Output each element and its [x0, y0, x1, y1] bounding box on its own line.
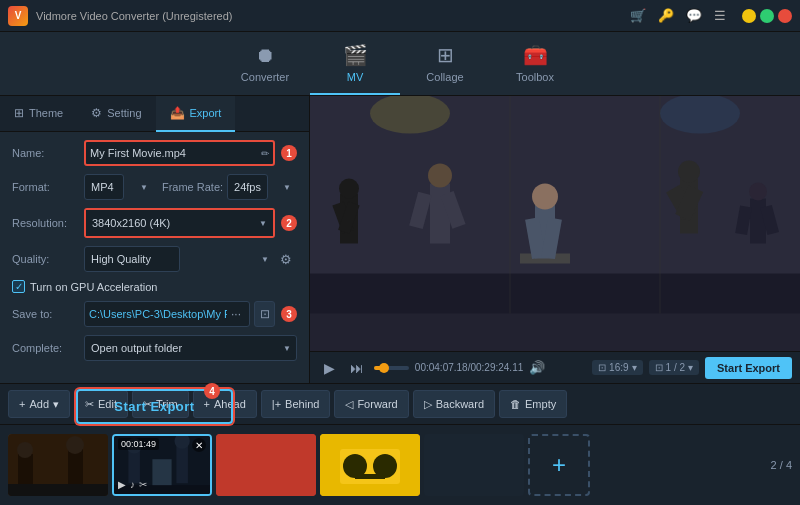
resolution-select-wrap: 3840x2160 (4K) 1920x1080 (FHD) 1280x720 … — [84, 208, 275, 238]
name-row: Name: ✏ 1 — [12, 140, 297, 166]
gpu-row: Turn on GPU Acceleration — [12, 280, 297, 293]
forward-icon: ◁ — [345, 398, 353, 411]
start-export-right-button[interactable]: Start Export — [705, 357, 792, 379]
svg-point-23 — [749, 183, 767, 201]
quality-select-wrap: High Quality Standard Quality Low Qualit… — [84, 246, 275, 272]
step2-badge: 2 — [281, 215, 297, 231]
path-input-wrap: ··· — [84, 301, 250, 327]
tab-toolbox[interactable]: 🧰 Toolbox — [490, 37, 580, 95]
setting-icon: ⚙ — [91, 106, 102, 120]
start-export-area: Start Export 4 — [0, 377, 309, 432]
name-input[interactable] — [90, 147, 257, 159]
tab-collage[interactable]: ⊞ Collage — [400, 37, 490, 95]
title-bar: V Vidmore Video Converter (Unregistered)… — [0, 0, 800, 32]
tab-mv[interactable]: 🎬 MV — [310, 37, 400, 95]
tab-converter[interactable]: ⏺ Converter — [220, 37, 310, 95]
progress-thumb[interactable] — [379, 363, 389, 373]
clip-thumb-5 — [424, 434, 524, 496]
svg-rect-31 — [68, 449, 83, 489]
sub-tab-setting[interactable]: ⚙ Setting — [77, 96, 155, 132]
edit-icon[interactable]: ✏ — [261, 148, 269, 159]
svg-point-30 — [17, 442, 33, 458]
video-frame — [310, 96, 800, 351]
top-nav: ⏺ Converter 🎬 MV ⊞ Collage 🧰 Toolbox — [0, 32, 800, 96]
clip-thumb-3 — [216, 434, 316, 496]
saveto-row: Save to: ··· ⊡ 3 — [12, 301, 297, 327]
clip-thumb-4 — [320, 434, 420, 496]
video-area — [310, 96, 800, 351]
clip-strip: 00:01:49 ✕ ▶ ♪ ✂ — [0, 425, 800, 505]
progress-bar[interactable] — [374, 366, 409, 370]
clip-thumb-1 — [8, 434, 108, 496]
music-icon: ♪ — [130, 479, 135, 490]
mv-icon: 🎬 — [343, 43, 368, 67]
play-small-icon: ▶ — [118, 479, 126, 490]
format-select[interactable]: MP4 MOV AVI — [84, 174, 124, 200]
quality-select[interactable]: High Quality Standard Quality Low Qualit… — [84, 246, 180, 272]
chat-icon[interactable]: 💬 — [686, 8, 702, 23]
complete-select[interactable]: Open output folder Do nothing — [84, 335, 297, 361]
sub-tab-theme[interactable]: ⊞ Theme — [0, 96, 77, 132]
skip-back-button[interactable]: ⏭ — [346, 357, 368, 379]
page-icon: ⊡ — [655, 362, 663, 373]
empty-button[interactable]: 🗑 Empty — [499, 390, 567, 418]
svg-rect-2 — [310, 314, 800, 352]
collage-icon: ⊞ — [437, 43, 454, 67]
page-chevron: ▾ — [688, 362, 693, 373]
minimize-button[interactable] — [742, 9, 756, 23]
theme-icon: ⊞ — [14, 106, 24, 120]
resolution-row: Resolution: 3840x2160 (4K) 1920x1080 (FH… — [12, 208, 297, 238]
folder-button[interactable]: ⊡ — [254, 301, 275, 327]
close-button[interactable] — [778, 9, 792, 23]
main-content: ⊞ Theme ⚙ Setting 📤 Export Name: ✏ 1 — [0, 96, 800, 383]
page-nav-button[interactable]: ⊡ 1 / 2 ▾ — [649, 360, 699, 375]
clip-item-1[interactable] — [8, 434, 108, 496]
svg-rect-47 — [424, 434, 524, 496]
clip-item-2[interactable]: 00:01:49 ✕ ▶ ♪ ✂ — [112, 434, 212, 496]
aspect-ratio-button[interactable]: ⊡ 16:9 ▾ — [592, 360, 642, 375]
svg-point-15 — [532, 184, 558, 210]
step3-badge: 3 — [281, 306, 297, 322]
toolbox-icon: 🧰 — [523, 43, 548, 67]
path-input[interactable] — [89, 308, 227, 320]
resolution-select[interactable]: 3840x2160 (4K) 1920x1080 (FHD) 1280x720 … — [86, 210, 273, 236]
svg-point-10 — [428, 164, 452, 188]
forward-button[interactable]: ◁ Forward — [334, 390, 408, 418]
clip-item-5[interactable] — [424, 434, 524, 496]
framerate-select[interactable]: 24fps 30fps 60fps — [227, 174, 268, 200]
volume-icon[interactable]: 🔊 — [529, 360, 545, 375]
scissors-icon: ✂ — [139, 479, 147, 490]
video-controls: ▶ ⏭ 00:04:07.18/00:29:24.11 🔊 ⊡ 16:9 ▾ ⊡… — [310, 351, 800, 383]
aspect-chevron: ▾ — [632, 362, 637, 373]
framerate-select-wrap: 24fps 30fps 60fps — [227, 174, 297, 200]
svg-point-38 — [174, 434, 189, 449]
gpu-checkbox-wrap[interactable]: Turn on GPU Acceleration — [12, 280, 157, 293]
complete-select-wrap: Open output folder Do nothing — [84, 335, 297, 361]
add-clip-button[interactable]: + — [528, 434, 590, 496]
clip-count: 2 / 4 — [771, 459, 792, 471]
gpu-checkbox[interactable] — [12, 280, 25, 293]
path-dots-button[interactable]: ··· — [227, 307, 245, 321]
name-input-wrap: ✏ — [84, 140, 275, 166]
key-icon[interactable]: 🔑 — [658, 8, 674, 23]
app-icon: V — [8, 6, 28, 26]
clip-duration-2: 00:01:49 — [118, 438, 159, 450]
sub-tabs: ⊞ Theme ⚙ Setting 📤 Export — [0, 96, 309, 132]
export-form: Name: ✏ 1 Format: MP4 MOV AVI Frame Rat — [0, 132, 309, 377]
clip-close-2[interactable]: ✕ — [192, 438, 206, 452]
clip-item-3[interactable] — [216, 434, 316, 496]
svg-rect-33 — [8, 484, 108, 496]
svg-point-32 — [66, 436, 84, 454]
clip-item-4[interactable] — [320, 434, 420, 496]
backward-button[interactable]: ▷ Backward — [413, 390, 495, 418]
cart-icon[interactable]: 🛒 — [630, 8, 646, 23]
format-select-wrap: MP4 MOV AVI — [84, 174, 154, 200]
play-button[interactable]: ▶ — [318, 357, 340, 379]
maximize-button[interactable] — [760, 9, 774, 23]
backward-icon: ▷ — [424, 398, 432, 411]
menu-icon[interactable]: ☰ — [714, 8, 726, 23]
quality-settings-button[interactable]: ⚙ — [275, 248, 297, 270]
sub-tab-export[interactable]: 📤 Export — [156, 96, 236, 132]
svg-rect-39 — [152, 459, 171, 488]
video-svg — [310, 96, 800, 351]
